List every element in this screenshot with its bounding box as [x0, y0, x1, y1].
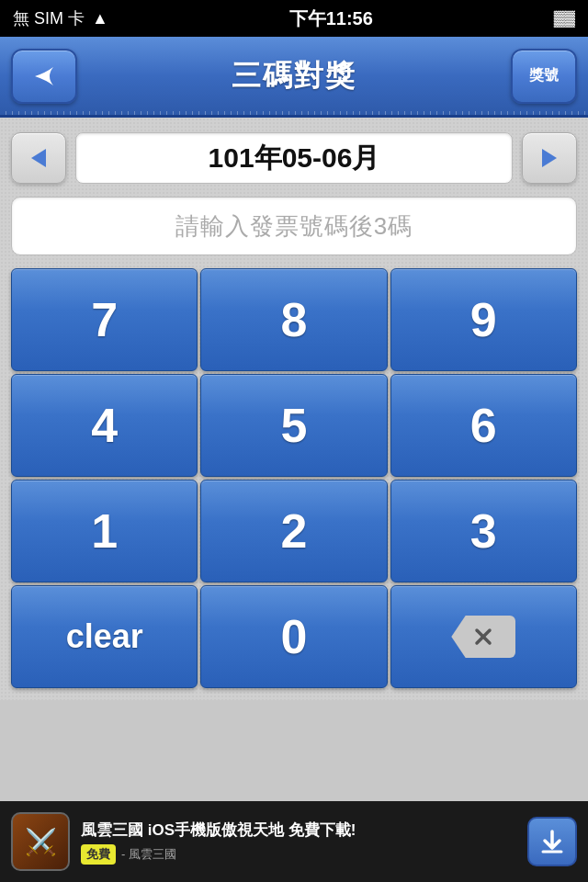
prev-period-button[interactable]	[11, 132, 66, 184]
key-3[interactable]: 3	[390, 480, 577, 582]
key-0[interactable]: 0	[200, 585, 387, 688]
battery-icon: ▓▓	[554, 10, 575, 27]
backspace-icon	[451, 616, 515, 658]
nav-bar: 三碼對獎 獎號	[0, 37, 588, 118]
page-title: 三碼對獎	[232, 56, 356, 96]
key-9[interactable]: 9	[390, 268, 577, 371]
ad-app-icon: ⚔️	[11, 812, 70, 871]
ad-banner: ⚔️ 風雲三國 iOS手機版傲視天地 免費下載! 免費 - 風雲三國	[0, 801, 588, 882]
svg-marker-0	[31, 149, 46, 167]
back-button[interactable]	[11, 49, 77, 104]
period-display: 101年05-06月	[75, 132, 513, 184]
key-7[interactable]: 7	[11, 268, 198, 371]
prize-button[interactable]: 獎號	[511, 49, 577, 104]
next-period-button[interactable]	[522, 132, 577, 184]
ad-download-button[interactable]	[527, 817, 577, 866]
numpad-row-2: 4 5 6	[11, 374, 577, 477]
ad-sub-name: - 風雲三國	[121, 846, 176, 863]
prev-arrow-icon	[26, 145, 51, 171]
input-placeholder: 請輸入發票號碼後3碼	[175, 210, 413, 243]
content-area: 101年05-06月 請輸入發票號碼後3碼 7 8 9 4 5 6 1 2 3 …	[0, 118, 588, 700]
svg-marker-1	[542, 149, 557, 167]
key-6[interactable]: 6	[390, 374, 577, 477]
period-selector: 101年05-06月	[11, 132, 577, 184]
ad-main-text: 風雲三國 iOS手機版傲視天地 免費下載!	[81, 820, 516, 841]
status-right: ▓▓	[554, 10, 575, 27]
key-1[interactable]: 1	[11, 480, 198, 582]
numpad: 7 8 9 4 5 6 1 2 3 clear 0	[11, 268, 577, 688]
numpad-row-4: clear 0	[11, 585, 577, 688]
download-icon	[538, 828, 566, 855]
status-time: 下午11:56	[289, 6, 373, 31]
numpad-row-1: 7 8 9	[11, 268, 577, 371]
numpad-row-3: 1 2 3	[11, 480, 577, 582]
ad-sub-text: 免費 - 風雲三國	[81, 844, 516, 865]
key-8[interactable]: 8	[200, 268, 387, 371]
ad-text-area: 風雲三國 iOS手機版傲視天地 免費下載! 免費 - 風雲三國	[81, 820, 516, 865]
ad-free-badge: 免費	[81, 844, 116, 865]
key-5[interactable]: 5	[200, 374, 387, 477]
next-arrow-icon	[537, 145, 562, 171]
status-bar: 無 SIM 卡 ▲ 下午11:56 ▓▓	[0, 0, 588, 37]
key-clear[interactable]: clear	[11, 585, 198, 688]
back-arrow-icon	[28, 60, 61, 93]
x-icon	[468, 621, 499, 652]
wifi-icon: ▲	[92, 9, 108, 28]
status-left: 無 SIM 卡 ▲	[13, 7, 108, 29]
key-2[interactable]: 2	[200, 480, 387, 582]
key-backspace[interactable]	[390, 585, 577, 688]
carrier-text: 無 SIM 卡	[13, 7, 85, 29]
key-4[interactable]: 4	[11, 374, 198, 477]
invoice-input-area[interactable]: 請輸入發票號碼後3碼	[11, 197, 577, 255]
